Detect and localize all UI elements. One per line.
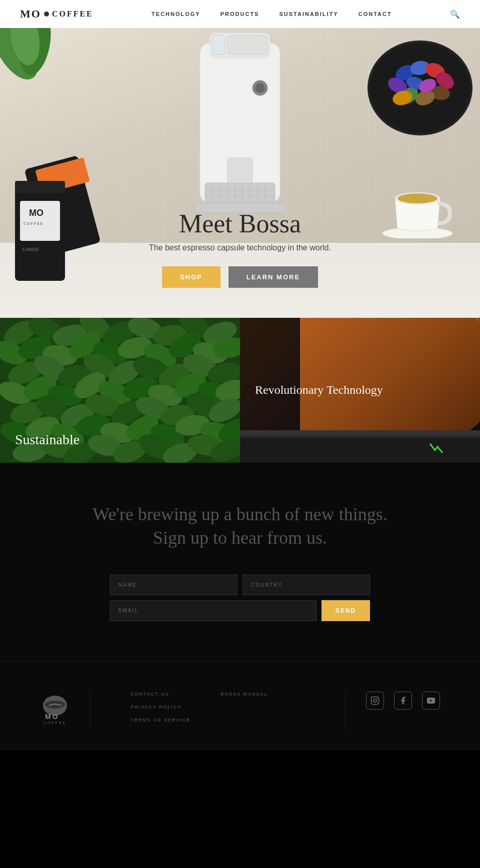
footer-links: CONTACT US PRIVACY POLICY TERMS OF SERVI… xyxy=(110,692,346,731)
svg-rect-118 xyxy=(425,440,455,455)
footer-contact-us[interactable]: CONTACT US xyxy=(130,692,190,697)
technology-label: Revolutionary Technology xyxy=(255,382,383,398)
footer-col-1: CONTACT US PRIVACY POLICY TERMS OF SERVI… xyxy=(130,692,190,731)
device-surface xyxy=(240,413,480,463)
svg-text:COFFEE: COFFEE xyxy=(44,721,66,725)
svg-text:LUNGO: LUNGO xyxy=(22,247,38,252)
logo-coffee: COFFEE xyxy=(52,9,94,18)
technology-panel[interactable]: Revolutionary Technology xyxy=(240,318,480,463)
shop-button[interactable]: SHOP xyxy=(162,266,220,288)
youtube-icon[interactable] xyxy=(422,692,440,710)
newsletter-title: We're brewing up a bunch of new things. … xyxy=(90,503,390,550)
navbar: MO COFFEE TECHNOLOGY PRODUCTS SUSTAINABI… xyxy=(0,0,480,28)
svg-rect-6 xyxy=(228,35,268,54)
svg-rect-44 xyxy=(20,201,60,241)
nav-contact[interactable]: CONTACT xyxy=(358,11,392,17)
instagram-icon[interactable] xyxy=(366,692,384,710)
footer: MO COFFEE CONTACT US PRIVACY POLICY TERM… xyxy=(0,661,480,751)
svg-rect-5 xyxy=(212,35,225,54)
svg-rect-7 xyxy=(205,183,275,203)
nav-technology[interactable]: TECHNOLOGY xyxy=(152,11,200,17)
svg-rect-117 xyxy=(240,430,480,435)
form-row-1 xyxy=(110,575,370,595)
logo-dot xyxy=(44,11,49,16)
newsletter-section: We're brewing up a bunch of new things. … xyxy=(0,463,480,661)
footer-logo: MO COFFEE xyxy=(40,692,90,729)
coffee-packages: MO ORGANIC MO COFFEE LUNGO xyxy=(5,151,105,293)
plant-decoration xyxy=(0,28,60,108)
footer-bossa-manual[interactable]: BOSSA MANUAL xyxy=(220,692,268,697)
send-button[interactable]: SEND xyxy=(322,600,370,621)
capsule-bowl xyxy=(365,33,475,140)
hero-buttons: SHOP LEARN MORE xyxy=(149,266,331,288)
coffee-machine xyxy=(185,28,295,235)
footer-inner: MO COFFEE CONTACT US PRIVACY POLICY TERM… xyxy=(40,692,440,731)
footer-privacy[interactable]: PRIVACY POLICY xyxy=(130,705,190,710)
newsletter-title-line2: Sign up to hear from us. xyxy=(153,528,327,548)
svg-point-124 xyxy=(374,699,376,702)
email-input[interactable] xyxy=(110,600,316,621)
logo-mo: MO xyxy=(20,7,41,20)
feature-section: Sustainable xyxy=(0,318,480,463)
footer-col-2: BOSSA MANUAL xyxy=(220,692,268,731)
facebook-icon[interactable] xyxy=(394,692,412,710)
nav-products[interactable]: PRODUCTS xyxy=(220,11,260,17)
footer-logo-icon: MO COFFEE xyxy=(40,692,70,727)
nav-sustainability[interactable]: SUSTAINABILITY xyxy=(279,11,338,17)
svg-text:MO: MO xyxy=(45,713,60,721)
svg-point-37 xyxy=(398,193,438,203)
newsletter-title-line1: We're brewing up a bunch of new things. xyxy=(92,504,387,524)
hero-content: Meet Bossa The best espresso capsule tec… xyxy=(149,209,331,288)
form-row-2: SEND xyxy=(110,600,370,621)
logo[interactable]: MO COFFEE xyxy=(20,7,94,20)
svg-rect-123 xyxy=(372,697,379,704)
hero-subtitle: The best espresso capsule technology in … xyxy=(149,243,331,252)
sustainable-panel[interactable]: Sustainable xyxy=(0,318,240,463)
name-input[interactable] xyxy=(110,575,238,595)
svg-text:COFFEE: COFFEE xyxy=(24,222,44,225)
svg-rect-43 xyxy=(15,181,65,193)
hero-title: Meet Bossa xyxy=(149,209,331,238)
coffee-cup xyxy=(382,188,452,240)
country-input[interactable] xyxy=(242,575,370,595)
svg-text:MO: MO xyxy=(29,208,44,218)
svg-point-125 xyxy=(376,698,378,699)
nav-links: TECHNOLOGY PRODUCTS SUSTAINABILITY CONTA… xyxy=(152,11,392,17)
svg-point-21 xyxy=(255,83,265,93)
learn-more-button[interactable]: LEARN MORE xyxy=(228,266,318,288)
newsletter-form: SEND xyxy=(110,575,370,621)
footer-social xyxy=(346,692,440,710)
search-icon[interactable]: 🔍 xyxy=(450,9,460,19)
hero-section: MO ORGANIC MO COFFEE LUNGO Meet Bossa Th… xyxy=(0,28,480,318)
footer-terms[interactable]: TERMS OF SERVICE xyxy=(130,718,190,723)
sustainable-label: Sustainable xyxy=(15,432,80,448)
svg-rect-18 xyxy=(228,158,252,183)
